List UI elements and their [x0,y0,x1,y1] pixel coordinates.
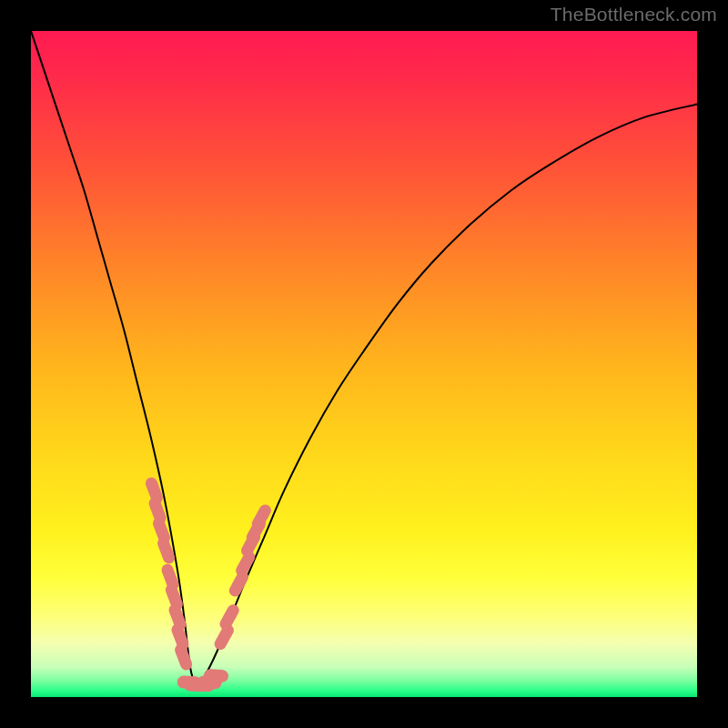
plot-area [31,31,697,697]
marker-dot [158,523,164,538]
marker-dot [226,611,233,624]
bottleneck-curve [31,31,697,684]
marker-dot [151,483,157,498]
marker-dot [155,503,160,518]
marker-dot [204,682,216,683]
chart-frame: TheBottleneck.com [0,0,728,728]
marker-dot [164,543,169,558]
marker-dot [175,610,180,624]
watermark-text: TheBottleneck.com [551,4,717,25]
marker-dot [242,557,249,571]
marker-dot [181,650,187,664]
marker-dot [235,577,242,591]
marker-dot [220,631,228,644]
curve-layer [31,31,697,697]
marker-dot [258,511,265,524]
marker-dot [167,570,173,584]
data-markers [151,483,265,685]
marker-dot [171,590,177,604]
marker-dot [177,630,183,644]
marker-dot [210,675,222,676]
